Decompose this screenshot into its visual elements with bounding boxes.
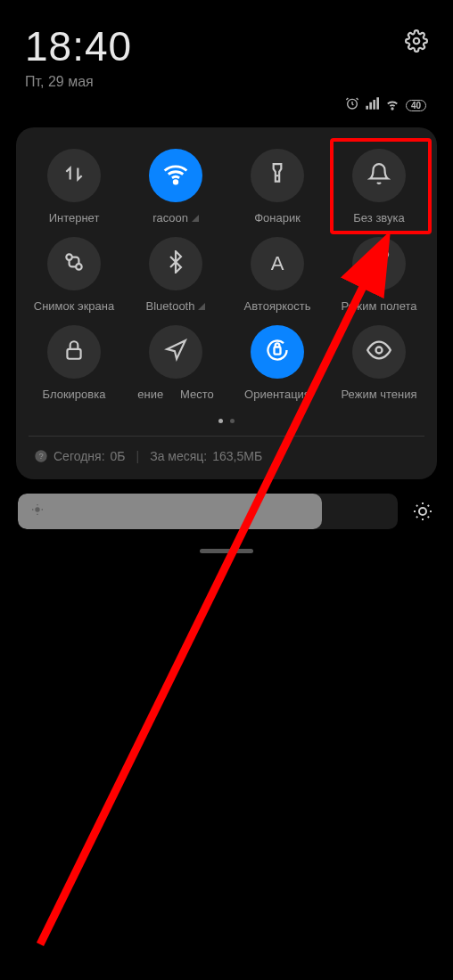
bluetooth-icon (164, 250, 187, 277)
letter-a-icon: A (271, 252, 284, 275)
eye-icon (367, 338, 391, 366)
svg-line-25 (428, 505, 429, 506)
battery-indicator: 40 (406, 100, 426, 111)
svg-point-17 (419, 508, 426, 515)
tile-reading[interactable]: Режим чтения (328, 325, 430, 401)
page-indicator (23, 419, 430, 423)
svg-point-2 (391, 108, 393, 110)
quick-settings-panel: Интернет racoon Фонарик Без звука (16, 127, 437, 479)
tile-screenshot[interactable]: Снимок экрана (23, 237, 125, 313)
tile-wifi[interactable]: racoon (125, 149, 226, 225)
signal-icon (365, 96, 379, 114)
svg-rect-8 (275, 347, 281, 355)
tile-mobile-data[interactable]: Интернет (23, 149, 125, 225)
tile-location[interactable]: ение Место (125, 325, 226, 401)
svg-line-20 (416, 505, 417, 506)
tile-orientation[interactable]: Ориентация (226, 325, 328, 401)
tile-flashlight[interactable]: Фонарик (226, 149, 328, 225)
clock-time: 18:40 (25, 22, 132, 70)
svg-point-12 (36, 508, 39, 511)
svg-point-3 (174, 181, 177, 184)
airplane-icon (367, 250, 391, 277)
tile-auto-brightness[interactable]: A Автояркость (226, 237, 328, 313)
brightness-low-icon (30, 502, 45, 520)
tile-airplane[interactable]: Режим полета (328, 237, 430, 313)
data-usage-row[interactable]: ? Сегодня: 0Б | За месяц: 163,5МБ (23, 437, 430, 463)
bell-icon (367, 162, 391, 189)
navigation-icon (164, 339, 187, 365)
screenshot-icon (62, 250, 86, 277)
tile-mute[interactable]: Без звука (328, 149, 430, 225)
lock-icon (62, 339, 86, 365)
brightness-slider[interactable] (18, 494, 398, 529)
settings-icon[interactable] (405, 29, 428, 56)
drag-handle[interactable] (200, 549, 253, 553)
rotation-lock-icon (265, 338, 290, 366)
status-bar: 40 (9, 90, 444, 115)
tile-bluetooth[interactable]: Bluetooth (125, 237, 226, 313)
svg-point-5 (66, 254, 72, 260)
clock-date: Пт, 29 мая (25, 74, 132, 90)
flashlight-icon (266, 162, 289, 189)
wifi-icon (384, 95, 400, 115)
wifi-tile-icon (163, 161, 188, 190)
svg-text:?: ? (38, 452, 43, 461)
svg-line-21 (428, 517, 429, 518)
svg-point-0 (414, 38, 420, 45)
tile-lock[interactable]: Блокировка (23, 325, 125, 401)
brightness-high-icon[interactable] (410, 501, 435, 522)
svg-point-9 (376, 347, 383, 354)
svg-rect-7 (67, 349, 80, 359)
alarm-icon (345, 96, 359, 114)
svg-line-24 (416, 517, 417, 518)
svg-point-6 (76, 264, 82, 270)
data-arrows-icon (62, 162, 86, 189)
